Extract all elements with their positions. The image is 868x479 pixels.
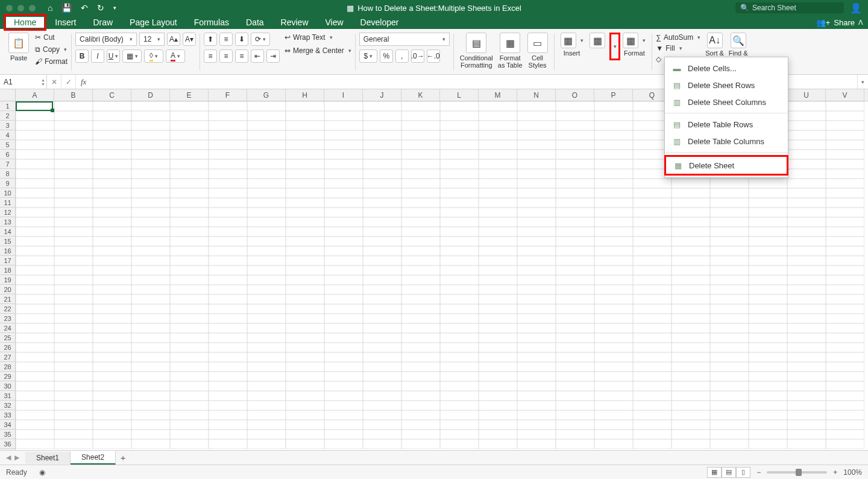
row-header-17[interactable]: 17 <box>0 256 15 265</box>
row-header-3[interactable]: 3 <box>0 121 15 130</box>
bold-button[interactable]: B <box>75 49 89 63</box>
fill-color-button[interactable]: ◊▾ <box>144 49 163 63</box>
decrease-decimal-button[interactable]: ←.0 <box>427 49 440 63</box>
row-header-2[interactable]: 2 <box>0 111 15 121</box>
align-right-button[interactable]: ≡ <box>235 49 248 63</box>
zoom-out-button[interactable]: − <box>756 468 761 477</box>
menu-delete-cells[interactable]: ▬Delete Cells... <box>665 60 788 77</box>
undo-icon[interactable]: ↶ <box>81 3 88 13</box>
home-icon[interactable]: ⌂ <box>48 3 52 13</box>
col-header-O[interactable]: O <box>556 89 594 101</box>
row-header-4[interactable]: 4 <box>0 130 15 140</box>
row-header-13[interactable]: 13 <box>0 217 15 227</box>
row-header-29[interactable]: 29 <box>0 372 15 381</box>
col-header-F[interactable]: F <box>209 89 247 101</box>
col-header-L[interactable]: L <box>440 89 479 101</box>
row-header-24[interactable]: 24 <box>0 323 15 333</box>
row-header-26[interactable]: 26 <box>0 343 15 352</box>
cut-button[interactable]: ✂Cut <box>35 33 68 42</box>
col-header-C[interactable]: C <box>93 89 131 101</box>
qat-more-icon[interactable]: ▾ <box>113 5 116 11</box>
menu-delete-sheet-rows[interactable]: ▤Delete Sheet Rows <box>665 77 788 94</box>
format-cells-button[interactable]: ▦▾ Format <box>620 33 648 57</box>
row-header-1[interactable]: 1 <box>0 101 15 111</box>
expand-formula-bar[interactable]: ▾ <box>857 75 868 89</box>
row-header-10[interactable]: 10 <box>0 188 15 198</box>
col-header-K[interactable]: K <box>401 89 440 101</box>
zoom-value[interactable]: 100% <box>843 468 862 477</box>
align-middle-button[interactable]: ≡ <box>219 33 233 46</box>
wrap-text-button[interactable]: ↩Wrap Text▾ <box>285 33 351 42</box>
row-header-11[interactable]: 11 <box>0 198 15 208</box>
decrease-indent-button[interactable]: ⇤ <box>251 49 264 63</box>
row-header-33[interactable]: 33 <box>0 410 15 420</box>
row-headers[interactable]: 1234567891011121314151617181920212223242… <box>0 101 16 450</box>
font-name-combo[interactable]: Calibri (Body)▾ <box>75 33 137 46</box>
row-header-31[interactable]: 31 <box>0 391 15 401</box>
tab-view[interactable]: View <box>317 17 352 27</box>
minimize-window-icon[interactable] <box>17 5 24 11</box>
insert-cells-button[interactable]: ▦▾ Insert <box>558 33 586 57</box>
grow-font-button[interactable]: A▴ <box>167 33 180 46</box>
row-header-32[interactable]: 32 <box>0 401 15 410</box>
tab-formulas[interactable]: Formulas <box>186 17 237 27</box>
col-header-N[interactable]: N <box>517 89 556 101</box>
format-as-table-button[interactable]: ▦ Format as Table <box>495 33 525 69</box>
align-top-button[interactable]: ⬆ <box>204 33 217 46</box>
formula-cancel-button[interactable]: ✕ <box>47 75 61 89</box>
underline-button[interactable]: U▾ <box>107 49 120 63</box>
align-left-button[interactable]: ≡ <box>204 49 217 63</box>
view-page-break-button[interactable]: ▯ <box>736 467 750 478</box>
row-header-15[interactable]: 15 <box>0 236 15 246</box>
col-header-M[interactable]: M <box>479 89 517 101</box>
user-icon[interactable]: 👤 <box>850 2 862 14</box>
search-input[interactable]: 🔍 Search Sheet <box>735 2 844 13</box>
conditional-formatting-button[interactable]: ▤ Conditional Formatting <box>458 33 495 69</box>
row-header-30[interactable]: 30 <box>0 381 15 391</box>
col-header-D[interactable]: D <box>131 89 170 101</box>
row-header-9[interactable]: 9 <box>0 179 15 188</box>
fill-handle[interactable] <box>51 109 54 112</box>
col-header-B[interactable]: B <box>54 89 93 101</box>
collapse-ribbon-icon[interactable]: ᐱ <box>858 19 863 27</box>
row-header-28[interactable]: 28 <box>0 362 15 372</box>
row-header-7[interactable]: 7 <box>0 159 15 169</box>
select-all-corner[interactable] <box>0 89 16 101</box>
shrink-font-button[interactable]: A▾ <box>183 33 196 46</box>
sheet-tab-1[interactable]: Sheet1 <box>25 452 71 464</box>
col-header-I[interactable]: I <box>324 89 363 101</box>
row-header-19[interactable]: 19 <box>0 275 15 285</box>
font-size-combo[interactable]: 12▾ <box>139 33 165 46</box>
zoom-in-button[interactable]: + <box>833 468 837 477</box>
merge-center-button[interactable]: ⇔Merge & Center▾ <box>285 46 351 56</box>
tab-insert[interactable]: Insert <box>46 17 84 27</box>
row-header-14[interactable]: 14 <box>0 227 15 236</box>
format-painter-button[interactable]: 🖌Format <box>35 57 68 66</box>
sheet-nav-prev[interactable]: ◀ <box>6 454 11 462</box>
col-header-U[interactable]: U <box>787 89 826 101</box>
row-header-21[interactable]: 21 <box>0 294 15 304</box>
col-header-A[interactable]: A <box>16 89 54 101</box>
cell-styles-button[interactable]: ▭ Cell Styles <box>525 33 550 69</box>
row-header-36[interactable]: 36 <box>0 439 15 449</box>
row-header-6[interactable]: 6 <box>0 150 15 159</box>
tab-page-layout[interactable]: Page Layout <box>121 17 186 27</box>
currency-button[interactable]: $▾ <box>359 49 377 63</box>
orientation-button[interactable]: ⟳▾ <box>251 33 270 46</box>
row-header-23[interactable]: 23 <box>0 314 15 323</box>
view-normal-button[interactable]: ▦ <box>707 467 722 478</box>
row-header-34[interactable]: 34 <box>0 420 15 430</box>
tab-draw[interactable]: Draw <box>84 17 121 27</box>
redo-icon[interactable]: ↻ <box>97 3 104 13</box>
row-header-35[interactable]: 35 <box>0 430 15 439</box>
row-header-22[interactable]: 22 <box>0 304 15 314</box>
row-header-12[interactable]: 12 <box>0 208 15 217</box>
name-box[interactable]: A1 ▲▼ <box>0 75 47 89</box>
col-header-G[interactable]: G <box>247 89 286 101</box>
font-color-button[interactable]: A▾ <box>166 49 185 63</box>
delete-cells-button[interactable]: ▦ Delete <box>586 33 608 57</box>
col-header-V[interactable]: V <box>826 89 864 101</box>
italic-button[interactable]: I <box>91 49 104 63</box>
col-header-H[interactable]: H <box>286 89 324 101</box>
row-header-18[interactable]: 18 <box>0 265 15 275</box>
